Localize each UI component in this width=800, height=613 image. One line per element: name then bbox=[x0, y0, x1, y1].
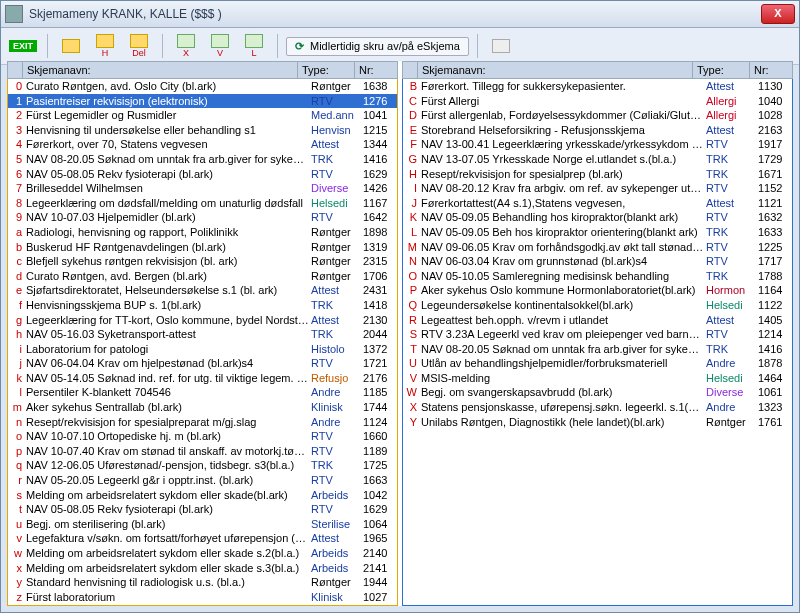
table-row[interactable]: pNAV 10-07.40 Krav om stønad til anskaff… bbox=[8, 444, 397, 459]
left-header: Skjemanavn: Type: Nr: bbox=[7, 61, 398, 79]
col-name[interactable]: Skjemanavn: bbox=[418, 62, 693, 78]
row-index: f bbox=[8, 298, 24, 313]
table-row[interactable]: fHenvisningsskjema BUP s. 1(bl.ark)TRK14… bbox=[8, 298, 397, 313]
table-row[interactable]: JFørerkortattest(A4 s.1),Statens vegvese… bbox=[403, 196, 792, 211]
table-row[interactable]: KNAV 05-09.05 Behandling hos kiropraktor… bbox=[403, 210, 792, 225]
table-row[interactable]: BFørerkort. Tillegg for sukkersykepasien… bbox=[403, 79, 792, 94]
table-row[interactable]: zFürst laboratoriumKlinisk1027 bbox=[8, 590, 397, 605]
table-row[interactable]: jNAV 06-04.04 Krav om hjelpestønad (bl.a… bbox=[8, 356, 397, 371]
row-index: W bbox=[403, 385, 419, 400]
table-row[interactable]: UUtlån av behandlingshjelpemidler/forbru… bbox=[403, 356, 792, 371]
table-row[interactable]: nResept/rekvisisjon for spesialpreparat … bbox=[8, 415, 397, 430]
toggle-eskjema-button[interactable]: ⟳ Midlertidig skru av/på eSkjema bbox=[286, 37, 469, 56]
table-row[interactable]: 8Legeerklæring om dødsfall/melding om un… bbox=[8, 196, 397, 211]
table-row[interactable]: DFürst allergenlab, Fordøyelsessykdommer… bbox=[403, 108, 792, 123]
table-row[interactable]: kNAV 05-14.05 Søknad ind. ref. for utg. … bbox=[8, 371, 397, 386]
table-row[interactable]: FNAV 13-00.41 Legeerklæring yrkesskade/y… bbox=[403, 137, 792, 152]
table-row[interactable]: GNAV 13-07.05 Yrkesskade Norge el.utland… bbox=[403, 152, 792, 167]
table-row[interactable]: hNAV 05-16.03 Syketransport-attestTRK204… bbox=[8, 327, 397, 342]
row-nr: 1638 bbox=[361, 79, 397, 94]
row-nr: 1323 bbox=[756, 400, 792, 415]
table-row[interactable]: XStatens pensjonskasse, uførepensj.søkn.… bbox=[403, 400, 792, 415]
table-row[interactable]: oNAV 10-07.10 Ortopediske hj. m (bl.ark)… bbox=[8, 429, 397, 444]
table-row[interactable]: LNAV 05-09.05 Beh hos kiropraktor orient… bbox=[403, 225, 792, 240]
tb-v[interactable]: V bbox=[205, 33, 235, 59]
col-nr[interactable]: Nr: bbox=[750, 62, 792, 78]
table-row[interactable]: sMelding om arbeidsrelatert sykdom eller… bbox=[8, 488, 397, 503]
row-type: TRK bbox=[704, 167, 756, 182]
table-row[interactable]: eSjøfartsdirektoratet, Helseundersøkelse… bbox=[8, 283, 397, 298]
table-row[interactable]: rNAV 05-20.05 Legeerkl g&r i opptr.inst.… bbox=[8, 473, 397, 488]
table-row[interactable]: bBuskerud HF Røntgenavdelingen (bl.ark)R… bbox=[8, 240, 397, 255]
table-row[interactable]: vLegefaktura v/søkn. om fortsatt/forhøye… bbox=[8, 531, 397, 546]
table-row[interactable]: 3Henvisning til undersøkelse eller behan… bbox=[8, 123, 397, 138]
table-row[interactable]: RLegeattest beh.opph. v/revm i utlandetA… bbox=[403, 313, 792, 328]
col-type[interactable]: Type: bbox=[693, 62, 750, 78]
row-nr: 1632 bbox=[756, 210, 792, 225]
table-row[interactable]: MNAV 09-06.05 Krav om forhåndsgodkj.av ø… bbox=[403, 240, 792, 255]
row-index: H bbox=[403, 167, 419, 182]
table-row[interactable]: dCurato Røntgen, avd. Bergen (bl.ark)Røn… bbox=[8, 269, 397, 284]
tb-l[interactable]: L bbox=[239, 33, 269, 59]
close-button[interactable]: X bbox=[761, 4, 795, 24]
tb-copy[interactable] bbox=[486, 33, 516, 59]
table-row[interactable]: SRTV 3.23A Legeerkl ved krav om pleiepen… bbox=[403, 327, 792, 342]
table-row[interactable]: 7Brilleseddel WilhelmsenDiverse1426 bbox=[8, 181, 397, 196]
table-row[interactable]: 0Curato Røntgen, avd. Oslo City (bl.ark)… bbox=[8, 79, 397, 94]
table-row[interactable]: PAker sykehus Oslo kommune Hormonlaborat… bbox=[403, 283, 792, 298]
table-row[interactable]: NNAV 06-03.04 Krav om grunnstønad (bl.ar… bbox=[403, 254, 792, 269]
row-nr: 2141 bbox=[361, 561, 397, 576]
table-row[interactable]: wMelding om arbeidsrelatert sykdom eller… bbox=[8, 546, 397, 561]
table-row[interactable]: TNAV 08-20.05 Søknad om unntak fra arb.g… bbox=[403, 342, 792, 357]
exit-button[interactable]: EXIT bbox=[7, 33, 39, 59]
table-row[interactable]: 2Fürst Legemidler og RusmidlerMed.ann104… bbox=[8, 108, 397, 123]
row-type: RTV bbox=[704, 181, 756, 196]
toolbar: EXIT H Del X V L ⟳ Midlertidig skru av/p… bbox=[1, 28, 799, 65]
row-type: RTV bbox=[704, 240, 756, 255]
table-row[interactable]: tNAV 05-08.05 Rekv fysioterapi (bl.ark)R… bbox=[8, 502, 397, 517]
row-index: 8 bbox=[8, 196, 24, 211]
tb-new[interactable] bbox=[56, 33, 86, 59]
table-row[interactable]: mAker sykehus Sentrallab (bl.ark)Klinisk… bbox=[8, 400, 397, 415]
left-rows[interactable]: 0Curato Røntgen, avd. Oslo City (bl.ark)… bbox=[7, 79, 398, 606]
row-nr: 1944 bbox=[361, 575, 397, 590]
table-row[interactable]: 5NAV 08-20.05 Søknad om unntak fra arb.g… bbox=[8, 152, 397, 167]
table-row[interactable]: 4Førerkort, over 70, Statens vegvesenAtt… bbox=[8, 137, 397, 152]
col-name[interactable]: Skjemanavn: bbox=[23, 62, 298, 78]
table-row[interactable]: AFørerkort, over 70, Statens vegvesenAtt… bbox=[8, 604, 397, 606]
table-row[interactable]: 6NAV 05-08.05 Rekv fysioterapi (bl.ark)R… bbox=[8, 167, 397, 182]
col-nr[interactable]: Nr: bbox=[355, 62, 397, 78]
table-row[interactable]: EStorebrand Helseforsikring - Refusjonss… bbox=[403, 123, 792, 138]
table-row[interactable]: yStandard henvisning til radiologisk u.s… bbox=[8, 575, 397, 590]
table-row[interactable]: xMelding om arbeidsrelatert sykdom eller… bbox=[8, 561, 397, 576]
row-type: Diverse bbox=[309, 181, 361, 196]
table-row[interactable]: YUnilabs Røntgen, Diagnostikk (hele land… bbox=[403, 415, 792, 430]
table-row[interactable]: uBegj. om sterilisering (bl.ark)Sterilis… bbox=[8, 517, 397, 532]
tb-del[interactable]: Del bbox=[124, 33, 154, 59]
table-row[interactable]: HResept/rekvisisjon for spesialprep (bl.… bbox=[403, 167, 792, 182]
table-row[interactable]: WBegj. om svangerskapsavbrudd (bl.ark)Di… bbox=[403, 385, 792, 400]
table-row[interactable]: ONAV 05-10.05 Samleregning medisinsk beh… bbox=[403, 269, 792, 284]
table-row[interactable]: 1Pasientreiser rekvisisjon (elektronisk)… bbox=[8, 94, 397, 109]
tb-h[interactable]: H bbox=[90, 33, 120, 59]
right-rows[interactable]: BFørerkort. Tillegg for sukkersykepasien… bbox=[402, 79, 793, 606]
table-row[interactable]: QLegeundersøkelse kontinentalsokkel(bl.a… bbox=[403, 298, 792, 313]
col-type[interactable]: Type: bbox=[298, 62, 355, 78]
row-index: K bbox=[403, 210, 419, 225]
row-type: Histolo bbox=[309, 342, 361, 357]
table-row[interactable]: CFürst AllergiAllergi1040 bbox=[403, 94, 792, 109]
table-row[interactable]: qNAV 12-06.05 Uførestønad/-pensjon, tids… bbox=[8, 458, 397, 473]
table-row[interactable]: gLegeerklæring for TT-kort, Oslo kommune… bbox=[8, 313, 397, 328]
row-nr: 1464 bbox=[756, 371, 792, 386]
row-type: RTV bbox=[309, 502, 361, 517]
row-nr: 1122 bbox=[756, 298, 792, 313]
table-row[interactable]: 9NAV 10-07.03 Hjelpemidler (bl.ark)RTV16… bbox=[8, 210, 397, 225]
table-row[interactable]: cBlefjell sykehus røntgen rekvisisjon (b… bbox=[8, 254, 397, 269]
table-row[interactable]: VMSIS-meldingHelsedi1464 bbox=[403, 371, 792, 386]
table-row[interactable]: iLaboratorium for patologiHistolo1372 bbox=[8, 342, 397, 357]
table-row[interactable]: INAV 08-20.12 Krav fra arbgiv. om ref. a… bbox=[403, 181, 792, 196]
tb-x[interactable]: X bbox=[171, 33, 201, 59]
table-row[interactable]: lPersentiler K-blankett 704546Andre1185 bbox=[8, 385, 397, 400]
row-nr: 1215 bbox=[361, 123, 397, 138]
table-row[interactable]: aRadiologi, henvisning og rapport, Polik… bbox=[8, 225, 397, 240]
